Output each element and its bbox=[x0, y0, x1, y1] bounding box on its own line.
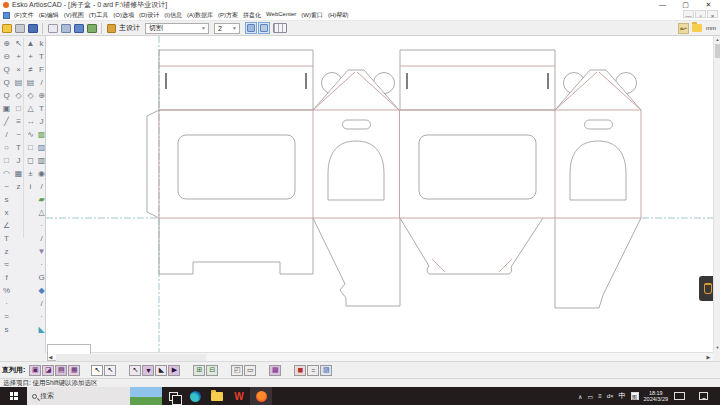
save-button[interactable] bbox=[27, 22, 39, 34]
preview-button[interactable] bbox=[47, 22, 59, 34]
horizontal-scroll-thumb[interactable] bbox=[56, 354, 206, 361]
tool-icon-c1-2[interactable]: × bbox=[13, 64, 24, 75]
view-mode-button-4-0[interactable]: ◰ bbox=[231, 365, 243, 376]
tool-icon-c2-10[interactable]: ± bbox=[25, 168, 36, 179]
layer-combobox[interactable]: 切割 ▼ bbox=[145, 23, 209, 34]
tool-icon-c0-12[interactable]: s bbox=[1, 194, 12, 205]
menu-item-3[interactable]: (T)工具 bbox=[89, 11, 109, 20]
scroll-up-arrow[interactable]: ▲ bbox=[714, 36, 720, 44]
tool-icon-c1-6[interactable]: ≡ bbox=[13, 116, 24, 127]
view-mode-button-3-1[interactable]: ⊟ bbox=[206, 365, 218, 376]
tool-icon-c2-6[interactable]: ↔ bbox=[25, 116, 36, 127]
active-app-taskbar-button[interactable] bbox=[250, 387, 272, 405]
menu-item-10[interactable]: WebCenter bbox=[266, 11, 296, 20]
mdi-close-button[interactable]: × bbox=[707, 10, 718, 18]
edge-taskbar-button[interactable] bbox=[184, 387, 206, 405]
view-mode-button-0-2[interactable]: ▤ bbox=[55, 365, 67, 376]
tool-icon-c0-9[interactable]: □ bbox=[1, 155, 12, 166]
scroll-down-arrow[interactable]: ▼ bbox=[714, 344, 720, 352]
view-mode-button-0-3[interactable]: ▦ bbox=[68, 365, 80, 376]
tool-icon-c0-21[interactable]: = bbox=[1, 311, 12, 322]
tool-icon-c1-10[interactable]: ▦ bbox=[13, 168, 24, 179]
tool-icon-c2-2[interactable]: ≠ bbox=[25, 64, 36, 75]
tool-icon-c0-4[interactable]: Q bbox=[1, 90, 12, 101]
grid-toggle-button[interactable] bbox=[258, 22, 270, 34]
tool-icon-c0-17[interactable]: ≈ bbox=[1, 259, 12, 270]
ime-mode-icon[interactable]: 图 bbox=[631, 392, 639, 400]
menu-item-2[interactable]: (V)视图 bbox=[64, 11, 84, 20]
task-view-button[interactable] bbox=[162, 387, 184, 405]
menu-item-7[interactable]: (A)数据库 bbox=[187, 11, 213, 20]
main-design-button[interactable]: 主设计 bbox=[107, 23, 140, 33]
maximize-button[interactable]: ▢ bbox=[674, 0, 697, 10]
view-mode-button-3-0[interactable]: ⊞ bbox=[193, 365, 205, 376]
folder-icon[interactable] bbox=[692, 24, 702, 32]
tool-icon-c2-7[interactable]: ∿ bbox=[25, 129, 36, 140]
action-center-icon[interactable] bbox=[699, 392, 708, 400]
view-mode-button-6-0[interactable]: ◼ bbox=[294, 365, 306, 376]
menu-item-1[interactable]: (E)编辑 bbox=[39, 11, 59, 20]
tool-icon-c0-10[interactable]: ◠ bbox=[1, 168, 12, 179]
tool-icon-c0-18[interactable]: f bbox=[1, 272, 12, 283]
network-tray-icon[interactable]: ≡ bbox=[598, 393, 602, 399]
tool-icon-c0-2[interactable]: Q bbox=[1, 64, 12, 75]
menu-item-8[interactable]: (P)方案 bbox=[218, 11, 238, 20]
tool-icon-c0-8[interactable]: ○ bbox=[1, 142, 12, 153]
view-mode-button-5-0[interactable]: ▩ bbox=[269, 365, 281, 376]
tool-icon-c2-9[interactable]: ◻ bbox=[25, 155, 36, 166]
tool-icon-c0-6[interactable]: ╱ bbox=[1, 116, 12, 127]
mdi-restore-button[interactable]: ▫ bbox=[695, 10, 706, 18]
zoom-combobox[interactable]: 2 ▼ bbox=[214, 23, 240, 34]
menu-item-9[interactable]: 拼盘化 bbox=[243, 11, 261, 20]
print-button[interactable] bbox=[14, 22, 26, 34]
chevron-down-icon[interactable]: ▼ bbox=[230, 24, 239, 33]
vertical-scroll-thumb[interactable] bbox=[715, 44, 720, 58]
wps-taskbar-button[interactable]: W bbox=[228, 387, 250, 405]
tool-icon-c1-11[interactable]: z bbox=[13, 181, 24, 192]
table-grid-button[interactable] bbox=[271, 22, 289, 34]
tool-icon-c1-0[interactable]: ↖ bbox=[13, 38, 24, 49]
tool-icon-c0-15[interactable]: T bbox=[1, 233, 12, 244]
view-mode-button-6-2[interactable]: ▨ bbox=[320, 365, 332, 376]
start-button[interactable] bbox=[0, 387, 27, 405]
tool-icon-c1-9[interactable]: J bbox=[13, 155, 24, 166]
taskbar-search-input[interactable]: 搜索 bbox=[27, 387, 162, 405]
tool-icon-c0-20[interactable]: · bbox=[1, 298, 12, 309]
drawing-canvas[interactable] bbox=[46, 36, 713, 352]
touch-keyboard-icon[interactable] bbox=[674, 392, 685, 400]
menu-item-4[interactable]: (O)选项 bbox=[113, 11, 134, 20]
tool-icon-c0-14[interactable]: ∠ bbox=[1, 220, 12, 231]
tool-icon-c0-1[interactable]: ⊖ bbox=[1, 51, 12, 62]
close-button[interactable]: ✕ bbox=[697, 0, 720, 10]
tool-icon-c1-4[interactable]: ◇ bbox=[13, 90, 24, 101]
tool-icon-c2-8[interactable]: □ bbox=[25, 142, 36, 153]
view-mode-button-0-1[interactable]: ◪ bbox=[42, 365, 54, 376]
mdi-minimize-button[interactable]: — bbox=[683, 10, 694, 18]
export-button[interactable] bbox=[60, 22, 72, 34]
tool-icon-c0-5[interactable]: ▣ bbox=[1, 103, 12, 114]
tool-icon-c0-7[interactable]: / bbox=[1, 129, 12, 140]
menu-item-0[interactable]: (F)文件 bbox=[14, 11, 34, 20]
tray-expand-icon[interactable]: ∧ bbox=[578, 393, 582, 400]
menu-item-11[interactable]: (W)窗口 bbox=[301, 11, 323, 20]
tool-icon-c0-19[interactable]: % bbox=[1, 285, 12, 296]
explorer-taskbar-button[interactable] bbox=[206, 387, 228, 405]
tool-icon-c1-3[interactable]: ▤ bbox=[13, 77, 24, 88]
tool-icon-c0-0[interactable]: ⊕ bbox=[1, 38, 12, 49]
tool-icon-c2-4[interactable]: ◇ bbox=[25, 90, 36, 101]
volume-muted-icon[interactable]: d× bbox=[607, 393, 614, 399]
view-mode-button-4-1[interactable]: ▭ bbox=[244, 365, 256, 376]
tool-icon-c2-1[interactable]: + bbox=[25, 51, 36, 62]
view-mode-button-2-2[interactable]: ◣ bbox=[155, 365, 167, 376]
view-mode-button-6-1[interactable]: = bbox=[307, 365, 319, 376]
undo-arrow-icon[interactable]: ↜ bbox=[678, 23, 689, 34]
menu-item-12[interactable]: (H)帮助 bbox=[328, 11, 348, 20]
open-button[interactable] bbox=[1, 22, 13, 34]
tool-icon-c2-0[interactable]: ▲ bbox=[25, 38, 36, 49]
display-tray-icon[interactable]: ▭ bbox=[588, 393, 594, 400]
view-mode-button-2-1[interactable]: ▼ bbox=[142, 365, 154, 376]
tool-icon-c1-5[interactable]: □ bbox=[13, 103, 24, 114]
tool-icon-c2-5[interactable]: △ bbox=[25, 103, 36, 114]
layers-button[interactable] bbox=[86, 22, 98, 34]
tool-icon-c2-11[interactable]: i bbox=[25, 181, 36, 192]
